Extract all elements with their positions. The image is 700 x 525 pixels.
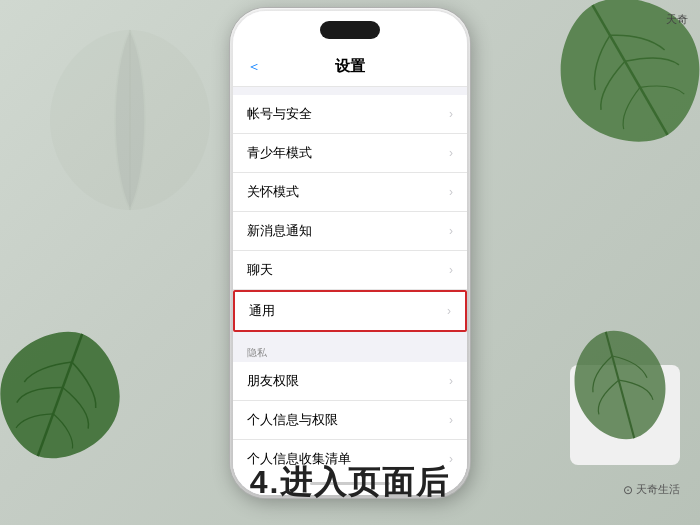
list-item[interactable]: 聊天 › [233,251,467,290]
decorative-white-block [570,365,680,465]
watermark-top: 天奇 [666,12,688,27]
list-item[interactable]: 帐号与安全 › [233,95,467,134]
settings-group-2: 朋友权限 › 个人信息与权限 › 个人信息收集清单 › [233,362,467,475]
tianqi-icon: ⊙ [623,483,633,497]
phone-notch [320,21,380,39]
nav-title: 设置 [335,57,365,76]
watermark-bottom: ⊙ 天奇生活 [623,482,680,497]
back-button[interactable]: ＜ [247,58,261,76]
settings-group-1: 帐号与安全 › 青少年模式 › 关怀模式 › [233,95,467,332]
list-item[interactable]: 个人信息与权限 › [233,401,467,440]
phone-screen: ＜ 设置 帐号与安全 › [233,11,467,495]
watermark-bottom-text: 天奇生活 [636,482,680,497]
chevron-icon: › [449,146,453,160]
list-item[interactable]: 关怀模式 › [233,173,467,212]
chevron-icon: › [449,413,453,427]
list-item[interactable]: 朋友权限 › [233,362,467,401]
settings-list: 帐号与安全 › 青少年模式 › 关怀模式 › [233,87,467,475]
screen-content: ＜ 设置 帐号与安全 › [233,11,467,495]
bottom-caption: 4.进入页面后 [0,461,700,505]
chevron-icon: › [449,263,453,277]
watermark-top-text: 天奇 [666,12,688,27]
list-item[interactable]: 新消息通知 › [233,212,467,251]
list-item-general[interactable]: 通用 › [233,290,467,332]
navigation-bar: ＜ 设置 [233,47,467,87]
decorative-shadow-leaf [30,20,230,220]
chevron-icon: › [447,304,451,318]
section-header-privacy: 隐私 [233,340,467,362]
phone-device: ＜ 设置 帐号与安全 › [230,8,470,498]
divider-2 [233,332,467,340]
phone-frame: ＜ 设置 帐号与安全 › [230,8,470,498]
chevron-icon: › [449,107,453,121]
chevron-icon: › [449,224,453,238]
divider-top [233,87,467,95]
list-item[interactable]: 青少年模式 › [233,134,467,173]
chevron-icon: › [449,374,453,388]
chevron-icon: › [449,185,453,199]
